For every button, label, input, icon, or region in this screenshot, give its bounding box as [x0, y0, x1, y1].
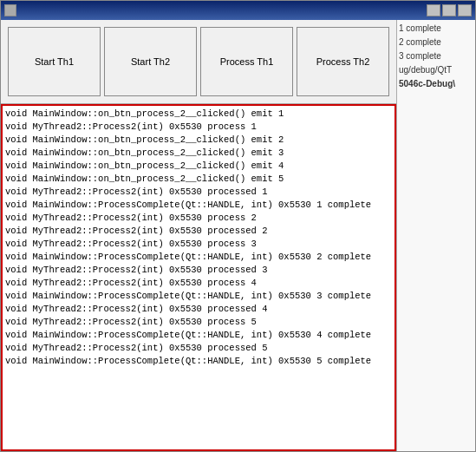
- log-line: void MainWindow::ProcessComplete(Qt::HAN…: [5, 251, 392, 264]
- start-th2-button[interactable]: Start Th2: [104, 27, 197, 96]
- process-th1-button[interactable]: Process Th1: [200, 27, 293, 96]
- log-line: void MyThread2::Process2(int) 0x5530 pro…: [5, 277, 392, 290]
- right-panel-item: 2 complete: [399, 36, 473, 49]
- log-line: void MainWindow::ProcessComplete(Qt::HAN…: [5, 355, 392, 368]
- log-line: void MainWindow::on_btn_process_2__click…: [5, 108, 392, 121]
- close-button[interactable]: [458, 4, 472, 16]
- right-panel: 1 complete2 complete3 completeug/debug/Q…: [397, 20, 475, 451]
- log-line: void MyThread2::Process2(int) 0x5530 pro…: [5, 186, 392, 199]
- main-window: Start Th1 Start Th2 Process Th1 Process …: [0, 0, 476, 452]
- maximize-button[interactable]: [442, 4, 456, 16]
- log-line: void MyThread2::Process2(int) 0x5530 pro…: [5, 342, 392, 355]
- log-line: void MainWindow::ProcessComplete(Qt::HAN…: [5, 329, 392, 342]
- log-line: void MainWindow::ProcessComplete(Qt::HAN…: [5, 199, 392, 212]
- log-line: void MainWindow::on_btn_process_2__click…: [5, 173, 392, 186]
- log-area[interactable]: void MainWindow::on_btn_process_2__click…: [1, 104, 396, 451]
- right-panel-item: ug/debug/QtT: [399, 63, 473, 77]
- log-line: void MainWindow::on_btn_process_2__click…: [5, 147, 392, 160]
- log-line: void MyThread2::Process2(int) 0x5530 pro…: [5, 316, 392, 329]
- log-line: void MainWindow::on_btn_process_2__click…: [5, 134, 392, 147]
- right-panel-item: 5046c-Debug\: [399, 77, 473, 91]
- log-line: void MyThread2::Process2(int) 0x5530 pro…: [5, 212, 392, 225]
- log-line: void MyThread2::Process2(int) 0x5530 pro…: [5, 238, 392, 251]
- log-line: void MyThread2::Process2(int) 0x5530 pro…: [5, 264, 392, 277]
- start-th1-button[interactable]: Start Th1: [8, 27, 101, 96]
- log-line: void MyThread2::Process2(int) 0x5530 pro…: [5, 121, 392, 134]
- left-panel: Start Th1 Start Th2 Process Th1 Process …: [1, 20, 397, 451]
- right-panel-item: 3 complete: [399, 49, 473, 63]
- button-row: Start Th1 Start Th2 Process Th1 Process …: [1, 20, 396, 104]
- log-line: void MyThread2::Process2(int) 0x5530 pro…: [5, 303, 392, 316]
- main-content: Start Th1 Start Th2 Process Th1 Process …: [1, 20, 475, 451]
- process-th2-button[interactable]: Process Th2: [297, 27, 389, 96]
- minimize-button[interactable]: [427, 4, 440, 16]
- title-bar: [1, 1, 475, 20]
- title-controls: [427, 4, 472, 16]
- log-line: void MyThread2::Process2(int) 0x5530 pro…: [5, 225, 392, 238]
- log-line: void MainWindow::on_btn_process_2__click…: [5, 160, 392, 173]
- window-icon: [4, 4, 16, 16]
- right-panel-item: 1 complete: [399, 22, 473, 36]
- log-line: void MainWindow::ProcessComplete(Qt::HAN…: [5, 290, 392, 303]
